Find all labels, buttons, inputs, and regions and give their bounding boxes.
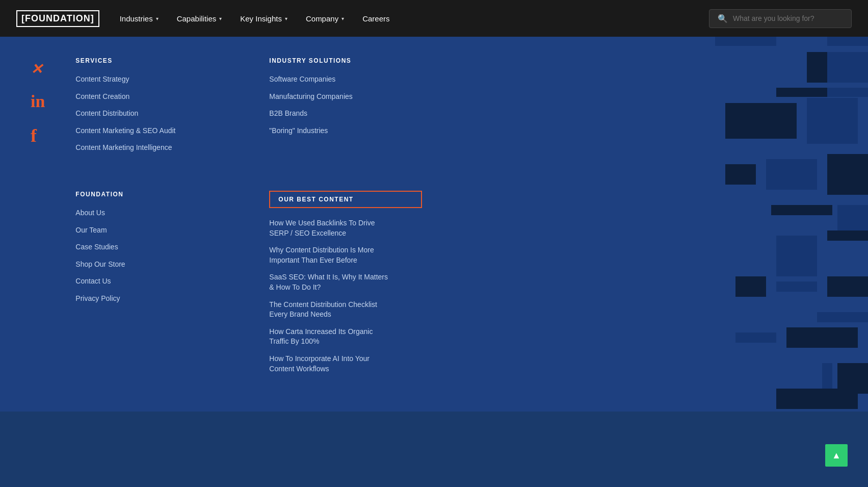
link-b2b-brands[interactable]: B2B Brands <box>269 109 381 119</box>
link-content-strategy[interactable]: Content Strategy <box>75 74 188 85</box>
link-our-team[interactable]: Our Team <box>75 225 188 236</box>
nav-industries[interactable]: Industries ▾ <box>120 14 159 23</box>
link-about-us[interactable]: About Us <box>75 208 188 218</box>
link-content-distribution-important[interactable]: Why Content Distribution Is More Importa… <box>269 245 422 265</box>
search-input[interactable] <box>733 14 843 22</box>
link-boring-industries[interactable]: "Boring" Industries <box>269 126 381 136</box>
search-icon: 🔍 <box>718 14 728 23</box>
link-backlinks-serp[interactable]: How We Used Backlinks To Drive SERP / SE… <box>269 218 422 238</box>
search-bar[interactable]: 🔍 <box>709 9 852 28</box>
facebook-icon[interactable]: f <box>31 126 45 145</box>
link-content-marketing-seo[interactable]: Content Marketing & SEO Audit <box>75 126 188 136</box>
chevron-down-icon: ▾ <box>156 16 159 21</box>
chevron-down-icon: ▾ <box>285 16 287 21</box>
foundation-title: FOUNDATION <box>75 191 188 198</box>
link-content-distribution-checklist[interactable]: The Content Distribution Checklist Every… <box>269 300 422 320</box>
bottom-section: FOUNDATION About Us Our Team Case Studie… <box>75 191 837 381</box>
main-content: ✕ in f SERVICES Content Strategy Content… <box>0 37 868 412</box>
chevron-up-icon: ▲ <box>832 450 841 461</box>
navbar: [FOUNDATION] Industries ▾ Capabilities ▾… <box>0 0 868 37</box>
best-content-section: OUR BEST CONTENT How We Used Backlinks T… <box>269 191 422 381</box>
chevron-down-icon: ▾ <box>341 16 344 21</box>
link-shop-our-store[interactable]: Shop Our Store <box>75 260 188 270</box>
services-title: SERVICES <box>75 57 188 64</box>
link-ai-content-workflows[interactable]: How To Incorporate AI Into Your Content … <box>269 354 422 374</box>
x-twitter-icon[interactable]: ✕ <box>31 62 45 76</box>
nav-links: Industries ▾ Capabilities ▾ Key Insights… <box>120 14 689 23</box>
link-carta-organic-traffic[interactable]: How Carta Increased Its Organic Traffic … <box>269 327 422 347</box>
site-logo[interactable]: [FOUNDATION] <box>16 10 99 27</box>
link-manufacturing-companies[interactable]: Manufacturing Companies <box>269 92 381 102</box>
foundation-section: FOUNDATION About Us Our Team Case Studie… <box>75 191 188 381</box>
link-content-distribution[interactable]: Content Distribution <box>75 109 188 119</box>
social-column: ✕ in f <box>31 57 45 381</box>
nav-company[interactable]: Company ▾ <box>306 14 344 23</box>
link-case-studies[interactable]: Case Studies <box>75 242 188 252</box>
link-content-marketing-intelligence[interactable]: Content Marketing Intelligence <box>75 143 188 153</box>
industry-solutions-title: INDUSTRY SOLUTIONS <box>269 57 381 64</box>
linkedin-icon[interactable]: in <box>31 93 45 110</box>
best-content-title: OUR BEST CONTENT <box>269 191 422 208</box>
scroll-to-top-button[interactable]: ▲ <box>825 444 848 467</box>
nav-key-insights[interactable]: Key Insights ▾ <box>240 14 287 23</box>
columns-wrapper: SERVICES Content Strategy Content Creati… <box>75 57 837 381</box>
services-industry-row: SERVICES Content Strategy Content Creati… <box>75 57 837 160</box>
link-saas-seo[interactable]: SaaS SEO: What It Is, Why It Matters & H… <box>269 272 422 292</box>
link-software-companies[interactable]: Software Companies <box>269 74 381 85</box>
nav-capabilities[interactable]: Capabilities ▾ <box>177 14 222 23</box>
top-section: SERVICES Content Strategy Content Creati… <box>75 57 837 381</box>
services-section: SERVICES Content Strategy Content Creati… <box>75 57 188 160</box>
nav-careers[interactable]: Careers <box>362 14 389 23</box>
industry-solutions-section: INDUSTRY SOLUTIONS Software Companies Ma… <box>269 57 381 160</box>
link-contact-us[interactable]: Contact Us <box>75 276 188 287</box>
link-privacy-policy[interactable]: Privacy Policy <box>75 294 188 304</box>
chevron-down-icon: ▾ <box>219 16 222 21</box>
link-content-creation[interactable]: Content Creation <box>75 92 188 102</box>
